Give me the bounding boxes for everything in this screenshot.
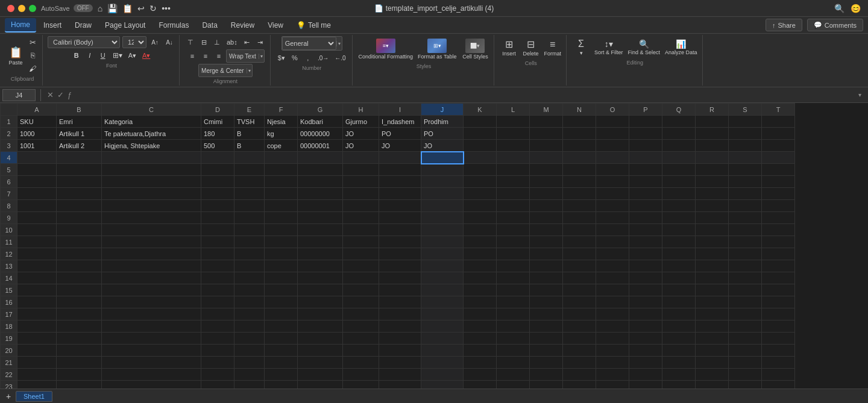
cell-Q13[interactable] [662, 260, 696, 272]
cell-F20[interactable] [265, 345, 298, 357]
col-header-P[interactable]: P [629, 104, 662, 116]
cell-K8[interactable] [464, 200, 497, 212]
cell-M9[interactable] [530, 212, 563, 224]
cell-Q20[interactable] [662, 345, 696, 357]
col-header-D[interactable]: D [201, 104, 234, 116]
comments-button[interactable]: 💬 Comments [807, 19, 863, 31]
cell-L17[interactable] [497, 308, 530, 320]
cell-H1[interactable]: Gjurmo [343, 116, 379, 128]
cell-P6[interactable] [629, 176, 662, 188]
cell-A18[interactable] [17, 320, 57, 333]
cell-L21[interactable] [497, 357, 530, 369]
close-button[interactable] [7, 5, 14, 12]
home-icon[interactable]: ⌂ [98, 4, 102, 13]
cell-A20[interactable] [17, 345, 57, 357]
cell-D11[interactable] [201, 236, 234, 248]
align-middle-button[interactable]: ⊟ [198, 36, 210, 48]
cell-M19[interactable] [530, 333, 563, 345]
cell-I23[interactable] [379, 381, 421, 389]
indent-increase-button[interactable]: ⇥ [254, 36, 266, 48]
cell-L23[interactable] [497, 381, 530, 389]
cell-R11[interactable] [696, 236, 729, 248]
sort-filter-button[interactable]: ↕▾ Sort & Filter [593, 37, 624, 58]
cell-R22[interactable] [696, 369, 729, 381]
cell-C21[interactable] [102, 357, 201, 369]
cell-E6[interactable] [234, 176, 265, 188]
cell-P23[interactable] [629, 381, 662, 389]
cell-T11[interactable] [762, 236, 795, 248]
row-header-14[interactable]: 14 [1, 272, 17, 284]
cell-J2[interactable]: PO [421, 128, 464, 140]
cell-Q10[interactable] [662, 224, 696, 236]
cell-H3[interactable]: JO [343, 140, 379, 152]
cell-H18[interactable] [343, 320, 379, 333]
cell-N23[interactable] [563, 381, 596, 389]
cell-T6[interactable] [762, 176, 795, 188]
formula-expand-button[interactable]: ▾ [854, 89, 866, 101]
cell-M4[interactable] [530, 152, 563, 164]
wrap-text-button[interactable]: Wrap Text [227, 50, 259, 62]
cell-S18[interactable] [729, 320, 762, 333]
cell-P7[interactable] [629, 188, 662, 200]
save-icon[interactable]: 💾 [107, 4, 118, 13]
cell-L20[interactable] [497, 345, 530, 357]
cell-E23[interactable] [234, 381, 265, 389]
sheet-area[interactable]: A B C D E F G H I J K L M N O [0, 103, 868, 389]
tab-home[interactable]: Home [5, 18, 36, 33]
col-header-L[interactable]: L [497, 104, 530, 116]
cell-I1[interactable]: I_ndashem [379, 116, 421, 128]
sheet-tab-sheet1[interactable]: Sheet1 [16, 391, 52, 402]
row-header-6[interactable]: 6 [1, 176, 17, 188]
cell-C4[interactable] [102, 152, 201, 164]
cell-I8[interactable] [379, 200, 421, 212]
undo-icon[interactable]: ↩ [137, 4, 145, 13]
cell-C17[interactable] [102, 308, 201, 320]
cell-C12[interactable] [102, 248, 201, 260]
cell-C8[interactable] [102, 200, 201, 212]
cell-I9[interactable] [379, 212, 421, 224]
cell-H14[interactable] [343, 272, 379, 284]
cell-S15[interactable] [729, 284, 762, 296]
cell-L6[interactable] [497, 176, 530, 188]
col-header-O[interactable]: O [596, 104, 629, 116]
row-header-10[interactable]: 10 [1, 224, 17, 236]
row-header-20[interactable]: 20 [1, 345, 17, 357]
cell-B19[interactable] [57, 333, 102, 345]
cell-K14[interactable] [464, 272, 497, 284]
cell-D6[interactable] [201, 176, 234, 188]
cell-Q17[interactable] [662, 308, 696, 320]
cell-I2[interactable]: PO [379, 128, 421, 140]
cell-S5[interactable] [729, 164, 762, 176]
cell-B10[interactable] [57, 224, 102, 236]
cell-F2[interactable]: kg [265, 128, 298, 140]
sum-button[interactable]: Σ ▾ [571, 36, 591, 58]
cell-H2[interactable]: JO [343, 128, 379, 140]
cell-B16[interactable] [57, 296, 102, 308]
cell-J19[interactable] [421, 333, 464, 345]
cell-G5[interactable] [298, 164, 343, 176]
cell-K21[interactable] [464, 357, 497, 369]
cell-R5[interactable] [696, 164, 729, 176]
cell-Q3[interactable] [662, 140, 696, 152]
minimize-button[interactable] [18, 5, 25, 12]
wrap-text-arrow[interactable]: ▾ [259, 54, 264, 59]
cell-M2[interactable] [530, 128, 563, 140]
cell-O7[interactable] [596, 188, 629, 200]
cell-O18[interactable] [596, 320, 629, 333]
percent-button[interactable]: % [289, 52, 301, 64]
cell-K2[interactable] [464, 128, 497, 140]
cell-G13[interactable] [298, 260, 343, 272]
cell-Q4[interactable] [662, 152, 696, 164]
merge-center-arrow[interactable]: ▾ [247, 68, 252, 73]
cell-D1[interactable]: Cmimi [201, 116, 234, 128]
cell-B8[interactable] [57, 200, 102, 212]
cell-Q23[interactable] [662, 381, 696, 389]
cell-E22[interactable] [234, 369, 265, 381]
share-button[interactable]: ↑ Share [766, 19, 802, 31]
cell-S20[interactable] [729, 345, 762, 357]
cell-P21[interactable] [629, 357, 662, 369]
cell-A9[interactable] [17, 212, 57, 224]
cell-G16[interactable] [298, 296, 343, 308]
increase-font-button[interactable]: A↑ [149, 36, 161, 48]
cell-N1[interactable] [563, 116, 596, 128]
